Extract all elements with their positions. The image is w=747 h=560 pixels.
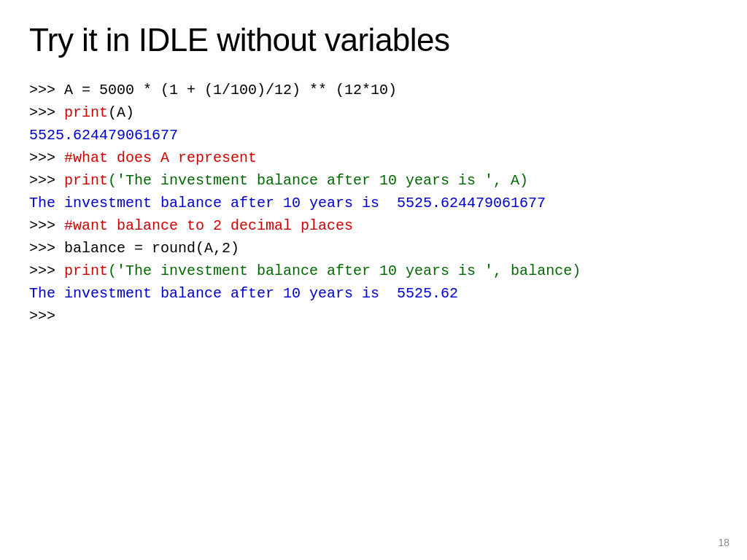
prompt-2: >>> xyxy=(29,104,64,121)
output-2: The investment balance after 10 years is… xyxy=(29,195,546,211)
slide-container: Try it in IDLE without variables >>> A =… xyxy=(0,0,747,560)
code-line-4: >>> #what does A represent xyxy=(29,147,718,169)
prompt-6: >>> xyxy=(29,240,64,257)
prompt-5: >>> xyxy=(29,217,64,234)
code-expr-2: balance = round(A,2) xyxy=(64,240,239,257)
slide-title: Try it in IDLE without variables xyxy=(29,22,718,58)
prompt-3: >>> xyxy=(29,149,64,166)
prompt-8: >>> xyxy=(29,308,64,324)
print-keyword-1: print xyxy=(64,104,108,121)
code-line-7: >>> #want balance to 2 decimal places xyxy=(29,214,718,237)
print-keyword-2: print xyxy=(64,172,108,189)
code-line-2: >>> print(A) xyxy=(29,101,718,124)
code-block: >>> A = 5000 * (1 + (1/100)/12) ** (12*1… xyxy=(29,79,718,327)
code-line-8: >>> balance = round(A,2) xyxy=(29,237,718,260)
print-args-3: ('The investment balance after 10 years … xyxy=(108,262,581,279)
print-args-1: (A) xyxy=(108,104,134,121)
prompt-7: >>> xyxy=(29,262,64,279)
prompt-1: >>> xyxy=(29,82,64,98)
output-1: 5525.624479061677 xyxy=(29,127,178,144)
print-keyword-3: print xyxy=(64,262,108,279)
code-line-3: 5525.624479061677 xyxy=(29,124,718,147)
print-args-2: ('The investment balance after 10 years … xyxy=(108,172,528,189)
output-3: The investment balance after 10 years is… xyxy=(29,285,458,302)
code-line-1: >>> A = 5000 * (1 + (1/100)/12) ** (12*1… xyxy=(29,79,718,101)
page-number: 18 xyxy=(718,537,729,548)
comment-2: #want balance to 2 decimal places xyxy=(64,217,353,234)
code-expr-1: A = 5000 * (1 + (1/100)/12) ** (12*10) xyxy=(64,82,397,98)
comment-1: #what does A represent xyxy=(64,149,257,166)
code-line-10: The investment balance after 10 years is… xyxy=(29,282,718,305)
code-line-11: >>> xyxy=(29,305,718,327)
code-line-9: >>> print('The investment balance after … xyxy=(29,260,718,282)
prompt-4: >>> xyxy=(29,172,64,189)
code-line-6: The investment balance after 10 years is… xyxy=(29,192,718,214)
code-line-5: >>> print('The investment balance after … xyxy=(29,169,718,192)
